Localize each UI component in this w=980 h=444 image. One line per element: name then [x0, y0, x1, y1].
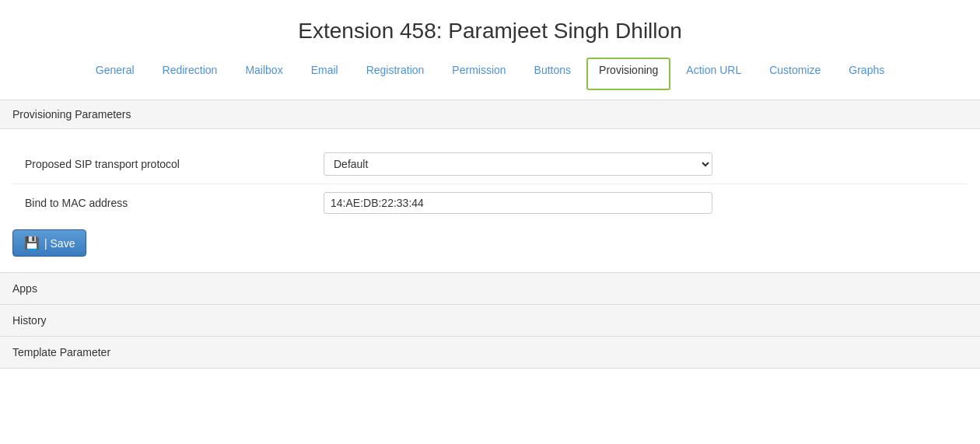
provisioning-section: Provisioning Parameters Proposed SIP tra…: [0, 100, 980, 273]
collapsible-section-history[interactable]: History: [0, 305, 980, 337]
tab-general[interactable]: General: [83, 58, 147, 90]
provisioning-header: Provisioning Parameters: [0, 100, 980, 129]
collapsible-section-template-parameter[interactable]: Template Parameter: [0, 337, 980, 369]
form-row-0: Proposed SIP transport protocolDefault: [12, 145, 968, 184]
tab-permission[interactable]: Permission: [439, 58, 518, 90]
save-button[interactable]: 💾 | Save: [12, 229, 86, 257]
tab-redirection[interactable]: Redirection: [150, 58, 230, 90]
field-input-1[interactable]: [324, 192, 712, 214]
tab-mailbox[interactable]: Mailbox: [233, 58, 295, 90]
content-area: Provisioning Parameters Proposed SIP tra…: [0, 100, 980, 369]
tab-email[interactable]: Email: [299, 58, 351, 90]
tab-customize[interactable]: Customize: [757, 58, 833, 90]
provisioning-body: Proposed SIP transport protocolDefaultBi…: [0, 129, 980, 272]
form-row-1: Bind to MAC address: [12, 184, 968, 222]
field-label-0: Proposed SIP transport protocol: [12, 158, 324, 170]
save-label: | Save: [44, 237, 75, 250]
tab-buttons[interactable]: Buttons: [522, 58, 583, 90]
save-icon: 💾: [24, 236, 40, 250]
page-title: Extension 458: Paramjeet Singh Dhillon: [0, 0, 980, 58]
tab-graphs[interactable]: Graphs: [836, 58, 897, 82]
tab-registration[interactable]: Registration: [354, 58, 437, 90]
navigation-tabs: GeneralRedirectionMailboxEmailRegistrati…: [0, 58, 980, 96]
tab-provisioning[interactable]: Provisioning: [586, 58, 670, 90]
collapsible-section-apps[interactable]: Apps: [0, 273, 980, 305]
tab-action-url[interactable]: Action URL: [674, 58, 754, 90]
field-label-1: Bind to MAC address: [12, 197, 324, 209]
field-select-0[interactable]: Default: [324, 152, 712, 176]
